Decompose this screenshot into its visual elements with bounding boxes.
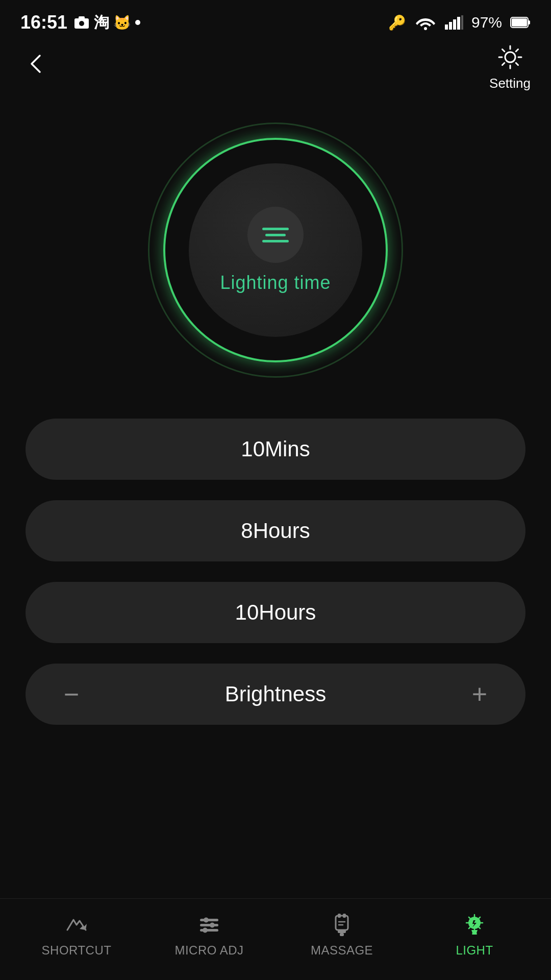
taobao-icon: 淘 <box>94 12 109 33</box>
svg-rect-4 <box>445 24 448 30</box>
micro-adj-label: MICRO ADJ <box>174 943 243 958</box>
status-icons: 淘 🐱 <box>73 12 140 33</box>
status-left: 16:51 淘 🐱 <box>20 12 140 33</box>
inner-circle[interactable]: Lighting time <box>189 163 362 337</box>
svg-rect-11 <box>528 20 530 24</box>
key-icon: 🔑 <box>388 14 406 31</box>
line-1 <box>262 228 289 230</box>
option-8hours-label: 8Hours <box>241 519 310 543</box>
option-10hours-label: 10Hours <box>235 600 316 625</box>
svg-rect-7 <box>457 17 460 30</box>
status-bar: 16:51 淘 🐱 🔑 97% <box>0 0 551 41</box>
svg-rect-19 <box>336 916 348 930</box>
nav-item-micro-adj[interactable]: MICRO ADJ <box>143 912 276 958</box>
time: 16:51 <box>20 12 67 33</box>
lighting-icon-circle <box>247 207 304 263</box>
battery-icon <box>510 17 531 28</box>
setting-button[interactable]: Setting <box>489 42 531 91</box>
battery-percent: 97% <box>471 14 502 31</box>
svg-rect-2 <box>79 16 85 19</box>
setting-label: Setting <box>489 76 531 91</box>
increase-icon: + <box>472 681 487 707</box>
lighting-icon <box>262 228 289 242</box>
option-10mins-button[interactable]: 10Mins <box>26 419 525 480</box>
wifi-icon <box>414 14 437 31</box>
light-icon <box>461 912 488 938</box>
svg-rect-13 <box>200 919 218 921</box>
line-3 <box>262 240 289 242</box>
option-10mins-label: 10Mins <box>241 437 310 461</box>
brightness-decrease-button[interactable]: − <box>51 681 92 707</box>
svg-rect-10 <box>512 18 527 27</box>
massage-label: MASSAGE <box>311 943 373 958</box>
back-button[interactable] <box>20 47 51 85</box>
shortcut-icon <box>63 912 90 938</box>
svg-rect-20 <box>338 914 341 918</box>
svg-rect-8 <box>461 15 463 30</box>
bottom-nav: SHORTCUT MICRO ADJ MASSAGE <box>0 898 551 980</box>
options-area: 10Mins 8Hours 10Hours − Brightness + <box>0 419 551 725</box>
svg-rect-23 <box>340 933 344 936</box>
photo-icon <box>73 15 90 30</box>
gear-icon <box>495 42 525 72</box>
line-2 <box>265 234 286 236</box>
massage-icon <box>329 912 355 938</box>
svg-point-17 <box>210 922 215 927</box>
svg-point-16 <box>204 917 209 922</box>
brightness-label: Brightness <box>225 682 326 706</box>
nav-item-shortcut[interactable]: SHORTCUT <box>10 912 143 958</box>
signal-icon <box>445 15 463 30</box>
dot-icon <box>135 20 140 25</box>
outer-ring-container: Lighting time <box>148 122 403 378</box>
shortcut-label: SHORTCUT <box>42 943 112 958</box>
top-nav: Setting <box>0 41 551 92</box>
svg-rect-5 <box>449 22 452 30</box>
nav-item-light[interactable]: LIGHT <box>408 912 541 958</box>
svg-point-12 <box>505 52 515 62</box>
svg-rect-14 <box>200 924 218 926</box>
option-8hours-button[interactable]: 8Hours <box>26 500 525 561</box>
lighting-label: Lighting time <box>220 272 331 293</box>
cat-icon: 🐱 <box>113 14 131 31</box>
svg-rect-21 <box>343 914 346 918</box>
status-right: 🔑 97% <box>388 14 531 31</box>
nav-item-massage[interactable]: MASSAGE <box>276 912 408 958</box>
light-label: LIGHT <box>456 943 493 958</box>
circle-display: Lighting time <box>0 122 551 378</box>
svg-point-1 <box>79 21 84 26</box>
micro-adj-icon <box>196 912 222 938</box>
option-10hours-button[interactable]: 10Hours <box>26 582 525 643</box>
brightness-control: − Brightness + <box>26 664 525 725</box>
brightness-increase-button[interactable]: + <box>459 681 500 707</box>
svg-point-3 <box>424 27 427 30</box>
svg-rect-6 <box>453 19 456 30</box>
svg-rect-25 <box>472 933 477 935</box>
svg-point-18 <box>203 927 208 933</box>
svg-rect-22 <box>338 930 346 933</box>
decrease-icon: − <box>64 681 79 707</box>
